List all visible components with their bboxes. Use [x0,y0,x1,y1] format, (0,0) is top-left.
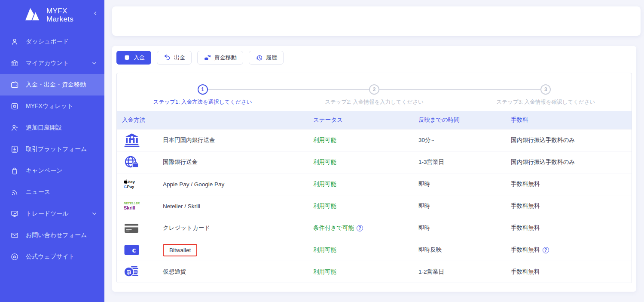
sidebar-item-2[interactable]: 入金・出金・資金移動 [0,74,104,96]
step-label: ステップ2: 入金情報を入力してください [325,99,424,106]
status-text: 利用可能 [313,159,336,165]
sidebar-item-7[interactable]: ニュース [0,182,104,203]
fee-cell: 手数料無料 [511,180,626,188]
content-panel: 入金出金資金移動履歴 1ステップ1: 入金方法を選択してください2ステップ2: … [112,46,636,292]
fee-text: 手数料無料 [511,181,540,187]
sidebar-collapse-button[interactable] [91,9,100,18]
status-cell: 条件付きで可能? [313,224,418,232]
status-text: 利用可能 [313,247,336,253]
time-cell: 即時 [418,224,511,232]
sidebar-item-label: お問い合わせフォーム [26,231,87,239]
history-clock-icon [255,54,263,62]
method-cell: 仮想通貨 [163,268,313,276]
fee-cell: 手数料無料? [511,246,626,254]
sidebar-item-label: 追加口座開設 [26,124,62,132]
deposit-method-row-3[interactable]: NETELLERSkrillNeteller / Skrill利用可能即時手数料… [117,195,632,217]
sidebar-item-3[interactable]: MYFXウォレット [0,96,104,117]
sidebar-item-5[interactable]: 取引プラットフォーム [0,139,104,160]
chevron-down-icon [92,60,98,66]
sidebar-nav: ダッシュボードマイアカウント入金・出金・資金移動MYFXウォレット追加口座開設取… [0,31,104,268]
status-cell: 利用可能 [313,158,418,166]
column-header-fee: 手数料 [511,116,626,124]
status-cell: 利用可能 [313,268,418,276]
status-cell: 利用可能 [313,202,418,210]
tab-3[interactable]: 履歴 [249,51,284,65]
method-cell: 日本円国内銀行送金 [163,136,313,144]
column-header-method: 入金方法 [122,116,313,124]
sidebar-item-1[interactable]: マイアカウント [0,52,104,74]
user-icon [10,37,19,46]
rss-icon [10,188,19,197]
deposit-method-row-2[interactable]: PayGPayApple Pay / Google Pay利用可能即時手数料無料 [117,173,632,195]
sidebar-item-0[interactable]: ダッシュボード [0,31,104,52]
deposit-method-row-6[interactable]: ₿仮想通貨利用可能1-2営業日手数料無料 [117,261,632,283]
logo-text: MYFX Markets [46,7,73,23]
method-cell: Neteller / Skrill [163,203,313,210]
tab-1[interactable]: 出金 [157,51,192,65]
undo-arrow-icon [163,54,171,62]
method-name: 国際銀行送金 [163,159,198,165]
sidebar-item-label: ニュース [26,188,50,196]
sidebar: MYFX Markets ダッシュボードマイアカウント入金・出金・資金移動MYF… [0,0,104,302]
stepper: 1ステップ1: 入金方法を選択してください2ステップ2: 入金情報を入力してくだ… [117,73,632,111]
sidebar-item-6[interactable]: キャンペーン [0,160,104,182]
svg-text:¥: ¥ [131,136,134,140]
sidebar-item-label: マイアカウント [26,59,69,67]
method-name: Neteller / Skrill [163,203,200,210]
time-cell: 1-2営業日 [418,268,511,276]
fee-cell: 手数料無料 [511,268,626,276]
time-cell: 即時 [418,202,511,210]
logo: MYFX Markets [0,0,104,28]
safe-icon [10,102,19,111]
fee-cell: 手数料無料 [511,202,626,210]
fee-text: 国内銀行振込手数料のみ [511,159,575,165]
table-header: 入金方法 ステータス 反映までの時間 手数料 [117,111,632,129]
sidebar-item-label: 取引プラットフォーム [26,145,87,153]
sidebar-item-label: トレードツール [26,210,69,218]
download-icon [10,145,19,154]
fee-text: 手数料無料 [511,203,540,209]
step-label: ステップ3: 入金情報を確認してください [497,99,595,106]
sidebar-item-8[interactable]: トレードツール [0,203,104,225]
step-number: 2 [369,84,379,95]
status-cell: 利用可能 [313,136,418,144]
step-number: 3 [540,84,551,95]
help-icon[interactable]: ? [543,247,549,253]
user-plus-icon [10,123,19,133]
svg-text:c: c [132,247,136,254]
fee-text: 手数料無料 [511,225,540,231]
deposit-method-row-5[interactable]: cBitwallet利用可能即時反映手数料無料? [117,239,632,261]
sidebar-item-label: キャンペーン [26,167,63,175]
fee-cell: 手数料無料 [511,224,626,232]
step-label: ステップ1: 入金方法を選択してください [153,99,252,106]
tab-0[interactable]: 入金 [116,51,151,65]
sidebar-item-label: ダッシュボード [26,38,69,46]
deposit-method-row-4[interactable]: クレジットカード条件付きで可能?即時手数料無料 [117,217,632,239]
sidebar-item-label: MYFXウォレット [26,102,73,110]
bitwallet-icon: c [122,244,163,256]
deposit-method-row-0[interactable]: ¥日本円国内銀行送金利用可能30分~国内銀行振込手数料のみ [117,129,632,151]
chevron-down-icon [92,211,98,217]
column-header-status: ステータス [313,116,418,124]
svg-text:₿: ₿ [127,269,131,275]
main-area: 入金出金資金移動履歴 1ステップ1: 入金方法を選択してください2ステップ2: … [104,0,644,302]
deposit-method-row-1[interactable]: 国際銀行送金利用可能1-3営業日国内銀行振込手数料のみ [117,151,632,173]
tab-2[interactable]: 資金移動 [197,51,243,65]
sidebar-item-4[interactable]: 追加口座開設 [0,117,104,139]
help-icon[interactable]: ? [357,225,363,231]
step-1: 1ステップ1: 入金方法を選択してください [117,73,288,111]
status-text: 利用可能 [313,203,336,209]
sidebar-item-10[interactable]: 公式ウェブサイト [0,246,104,268]
method-name: 日本円国内銀行送金 [163,137,215,143]
status-text: 利用可能 [313,137,336,143]
wallet-icon [10,80,19,89]
fee-text: 手数料無料 [511,268,540,275]
status-cell: 利用可能 [313,180,418,188]
method-cell: Bitwallet [163,244,313,256]
mail-icon [10,231,19,240]
sidebar-item-9[interactable]: お問い合わせフォーム [0,225,104,246]
fee-cell: 国内銀行振込手数料のみ [511,158,626,166]
fee-text: 手数料無料 [511,247,540,253]
step-2: 2ステップ2: 入金情報を入力してください [288,73,460,111]
bank-jpy-icon: ¥ [122,133,163,148]
